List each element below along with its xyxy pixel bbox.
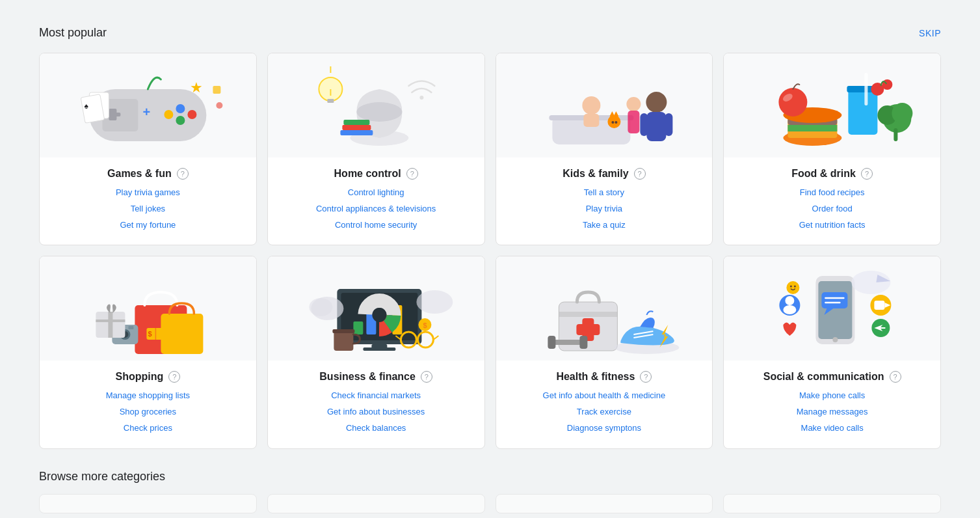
card-links-kids: Tell a story Play trivia Take a quiz: [507, 186, 702, 232]
card-body-home: Home control ? Control lighting Control …: [268, 157, 484, 245]
card-kids[interactable]: Kids & family ? Tell a story Play trivia…: [496, 53, 713, 245]
card-links-business: Check financial markets Get info about b…: [278, 389, 474, 435]
card-title-kids: Kids & family: [563, 168, 628, 180]
svg-rect-67: [108, 312, 113, 338]
card-link-social-2[interactable]: Make video calls: [734, 422, 930, 435]
card-title-row-social: Social & communication ?: [734, 371, 930, 383]
card-link-home-1[interactable]: Control appliances & televisions: [278, 202, 474, 216]
help-icon-kids[interactable]: ?: [634, 168, 646, 180]
card-link-health-1[interactable]: Track exercise: [507, 405, 702, 419]
help-icon-food[interactable]: ?: [861, 168, 873, 180]
card-health[interactable]: Health & fitness ? Get info about health…: [496, 256, 713, 448]
card-link-business-0[interactable]: Check financial markets: [278, 389, 474, 403]
card-title-business: Business & finance: [319, 371, 416, 383]
card-body-kids: Kids & family ? Tell a story Play trivia…: [496, 157, 713, 245]
svg-text:$: $: [148, 330, 152, 338]
card-link-business-2[interactable]: Check balances: [278, 422, 474, 435]
svg-rect-102: [579, 336, 587, 349]
card-link-kids-0[interactable]: Tell a story: [507, 186, 702, 200]
svg-rect-60: [161, 314, 203, 354]
svg-rect-14: [213, 86, 220, 94]
help-icon-games[interactable]: ?: [177, 168, 189, 180]
browse-cards-preview: [39, 494, 941, 513]
card-link-shopping-2[interactable]: Check prices: [50, 422, 246, 435]
svg-point-17: [356, 102, 402, 122]
card-social[interactable]: Social & communication ? Make phone call…: [723, 256, 941, 448]
svg-point-112: [786, 296, 795, 305]
card-title-food: Food & drink: [791, 168, 856, 180]
card-title-home: Home control: [334, 168, 401, 180]
svg-point-7: [176, 116, 185, 125]
card-link-health-2[interactable]: Diagnose symptons: [507, 422, 702, 435]
section-title: Most popular: [39, 26, 107, 40]
svg-rect-19: [327, 99, 334, 103]
svg-rect-71: [363, 348, 395, 351]
help-icon-health[interactable]: ?: [640, 371, 652, 383]
svg-rect-72: [353, 321, 363, 334]
card-link-health-0[interactable]: Get info about health & medicine: [507, 389, 702, 403]
card-title-health: Health & fitness: [556, 371, 635, 383]
svg-rect-45: [788, 125, 838, 131]
svg-rect-80: [334, 331, 353, 351]
card-link-games-2[interactable]: Get my fortune: [50, 219, 246, 232]
svg-point-52: [892, 103, 913, 124]
svg-text:♠: ♠: [84, 102, 88, 111]
card-link-home-0[interactable]: Control lighting: [278, 186, 474, 200]
browse-card-4: [723, 494, 941, 513]
section-header: Most popular SKIP: [39, 26, 941, 40]
svg-rect-105: [819, 281, 853, 339]
browse-title: Browse more categories: [39, 470, 941, 484]
card-link-shopping-0[interactable]: Manage shopping lists: [50, 389, 246, 403]
card-link-kids-1[interactable]: Play trivia: [507, 202, 702, 216]
card-link-shopping-1[interactable]: Shop groceries: [50, 405, 246, 419]
card-link-business-1[interactable]: Get info about businesses: [278, 405, 474, 419]
svg-rect-40: [849, 89, 878, 135]
card-link-food-0[interactable]: Find food recipes: [734, 186, 930, 200]
card-link-home-2[interactable]: Control home security: [278, 219, 474, 232]
help-icon-shopping[interactable]: ?: [168, 371, 180, 383]
card-business[interactable]: $ Business & finance ? Check financial m…: [267, 256, 485, 448]
svg-rect-35: [646, 112, 666, 141]
card-food[interactable]: Food & drink ? Find food recipes Order f…: [723, 53, 941, 245]
card-links-health: Get info about health & medicine Track e…: [507, 389, 702, 435]
card-shopping[interactable]: $: [39, 256, 257, 448]
svg-point-89: [416, 290, 453, 314]
card-image-home: [268, 53, 484, 157]
svg-rect-94: [559, 312, 617, 317]
help-icon-business[interactable]: ?: [421, 371, 432, 383]
card-image-health: [496, 256, 713, 361]
card-links-social: Make phone calls Manage messages Make vi…: [734, 389, 930, 435]
card-image-business: $: [268, 256, 484, 361]
help-icon-social[interactable]: ?: [890, 371, 901, 383]
card-links-shopping: Manage shopping lists Shop groceries Che…: [50, 389, 246, 435]
card-link-games-0[interactable]: Play trivia games: [50, 186, 246, 200]
card-games[interactable]: + ★ ♥ ♠ Games & fun: [39, 53, 257, 245]
card-title-row-kids: Kids & family ?: [507, 168, 702, 180]
card-image-kids: [496, 53, 713, 157]
svg-point-48: [779, 88, 808, 116]
svg-rect-22: [340, 130, 373, 135]
card-link-social-1[interactable]: Manage messages: [734, 405, 930, 419]
svg-point-32: [611, 121, 614, 124]
svg-rect-23: [342, 125, 371, 130]
svg-rect-115: [875, 301, 885, 310]
card-body-business: Business & finance ? Check financial mar…: [268, 361, 484, 448]
card-home[interactable]: Home control ? Control lighting Control …: [267, 53, 485, 245]
browse-card-2: [267, 494, 485, 513]
card-image-food: [724, 53, 940, 157]
skip-button[interactable]: SKIP: [919, 28, 941, 38]
svg-text:$: $: [423, 321, 427, 329]
card-link-kids-2[interactable]: Take a quiz: [507, 219, 702, 232]
svg-point-120: [787, 281, 800, 294]
svg-rect-101: [548, 336, 555, 349]
card-link-food-2[interactable]: Get nutrition facts: [734, 219, 930, 232]
card-title-row-business: Business & finance ?: [278, 371, 474, 383]
card-link-games-1[interactable]: Tell jokes: [50, 202, 246, 216]
svg-rect-36: [640, 113, 648, 136]
card-link-food-1[interactable]: Order food: [734, 202, 930, 216]
svg-rect-39: [628, 111, 639, 133]
svg-point-33: [615, 121, 617, 124]
help-icon-home[interactable]: ?: [406, 168, 418, 180]
svg-rect-107: [822, 292, 848, 308]
card-link-social-0[interactable]: Make phone calls: [734, 389, 930, 403]
